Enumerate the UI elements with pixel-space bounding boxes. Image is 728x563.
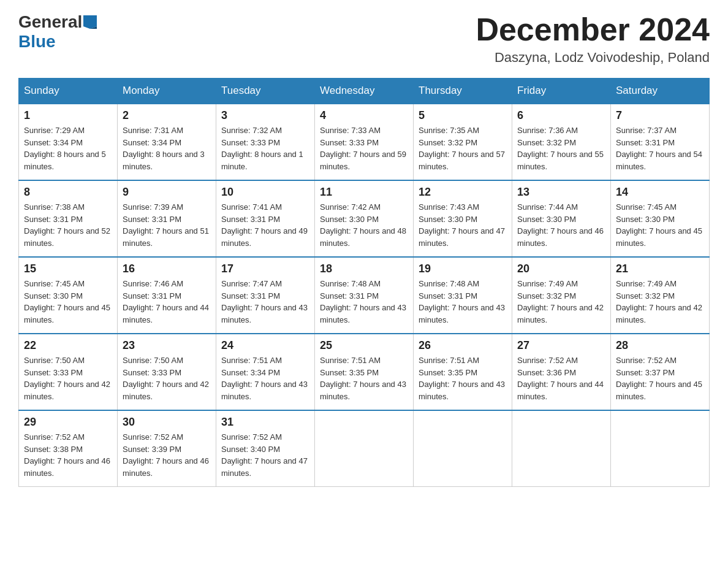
day-number: 24 (221, 339, 309, 352)
calendar-cell: 16 Sunrise: 7:46 AMSunset: 3:31 PMDaylig… (118, 257, 216, 334)
day-info: Sunrise: 7:46 AMSunset: 3:31 PMDaylight:… (123, 279, 209, 324)
calendar-cell: 12 Sunrise: 7:43 AMSunset: 3:30 PMDaylig… (414, 180, 512, 257)
day-number: 6 (517, 109, 605, 122)
day-number: 4 (320, 109, 408, 122)
day-number: 11 (320, 186, 408, 199)
logo-blue: Blue (18, 32, 56, 52)
day-number: 28 (616, 339, 704, 352)
calendar-cell: 15 Sunrise: 7:45 AMSunset: 3:30 PMDaylig… (19, 257, 118, 334)
day-number: 31 (221, 416, 309, 429)
calendar-cell: 4 Sunrise: 7:33 AMSunset: 3:33 PMDayligh… (315, 104, 414, 180)
col-header-sunday: Sunday (19, 79, 118, 104)
day-info: Sunrise: 7:43 AMSunset: 3:30 PMDaylight:… (419, 202, 505, 248)
calendar-cell: 18 Sunrise: 7:48 AMSunset: 3:31 PMDaylig… (315, 257, 414, 334)
day-info: Sunrise: 7:47 AMSunset: 3:31 PMDaylight:… (221, 279, 308, 324)
day-number: 29 (24, 416, 112, 429)
day-info: Sunrise: 7:49 AMSunset: 3:32 PMDaylight:… (616, 279, 702, 324)
calendar-cell: 13 Sunrise: 7:44 AMSunset: 3:30 PMDaylig… (512, 180, 611, 257)
calendar-cell (611, 410, 710, 487)
day-info: Sunrise: 7:45 AMSunset: 3:30 PMDaylight:… (616, 202, 702, 248)
day-info: Sunrise: 7:48 AMSunset: 3:31 PMDaylight:… (419, 279, 505, 324)
day-info: Sunrise: 7:44 AMSunset: 3:30 PMDaylight:… (517, 202, 604, 248)
day-info: Sunrise: 7:49 AMSunset: 3:32 PMDaylight:… (517, 279, 604, 324)
day-number: 10 (221, 186, 309, 199)
day-number: 2 (123, 109, 211, 122)
day-number: 30 (123, 416, 211, 429)
calendar-cell: 2 Sunrise: 7:31 AMSunset: 3:34 PMDayligh… (118, 104, 216, 180)
day-number: 13 (517, 186, 605, 199)
day-number: 14 (616, 186, 704, 199)
calendar-cell: 19 Sunrise: 7:48 AMSunset: 3:31 PMDaylig… (414, 257, 512, 334)
day-info: Sunrise: 7:48 AMSunset: 3:31 PMDaylight:… (320, 279, 406, 324)
day-info: Sunrise: 7:33 AMSunset: 3:33 PMDaylight:… (320, 126, 406, 171)
calendar-cell: 30 Sunrise: 7:52 AMSunset: 3:39 PMDaylig… (118, 410, 216, 487)
calendar-cell (414, 410, 512, 487)
day-number: 9 (123, 186, 211, 199)
calendar-header-row: SundayMondayTuesdayWednesdayThursdayFrid… (19, 79, 710, 104)
calendar-cell: 28 Sunrise: 7:52 AMSunset: 3:37 PMDaylig… (611, 334, 710, 410)
day-number: 20 (517, 262, 605, 275)
title-block: December 2024 Daszyna, Lodz Voivodeship,… (476, 12, 710, 66)
col-header-wednesday: Wednesday (315, 79, 414, 104)
day-info: Sunrise: 7:50 AMSunset: 3:33 PMDaylight:… (24, 356, 110, 401)
day-number: 21 (616, 262, 704, 275)
svg-marker-0 (83, 15, 97, 29)
calendar-cell: 31 Sunrise: 7:52 AMSunset: 3:40 PMDaylig… (216, 410, 315, 487)
calendar-week-row: 1 Sunrise: 7:29 AMSunset: 3:34 PMDayligh… (19, 104, 710, 180)
col-header-friday: Friday (512, 79, 611, 104)
calendar-week-row: 29 Sunrise: 7:52 AMSunset: 3:38 PMDaylig… (19, 410, 710, 487)
day-info: Sunrise: 7:52 AMSunset: 3:40 PMDaylight:… (221, 432, 308, 478)
calendar-cell: 24 Sunrise: 7:51 AMSunset: 3:34 PMDaylig… (216, 334, 315, 410)
day-info: Sunrise: 7:42 AMSunset: 3:30 PMDaylight:… (320, 202, 406, 248)
calendar-cell: 7 Sunrise: 7:37 AMSunset: 3:31 PMDayligh… (611, 104, 710, 180)
day-info: Sunrise: 7:31 AMSunset: 3:34 PMDaylight:… (123, 126, 205, 171)
col-header-monday: Monday (118, 79, 216, 104)
day-info: Sunrise: 7:32 AMSunset: 3:33 PMDaylight:… (221, 126, 303, 171)
calendar-table: SundayMondayTuesdayWednesdayThursdayFrid… (18, 78, 710, 487)
day-number: 17 (221, 262, 309, 275)
page-header: General Blue December 2024 Daszyna, Lodz… (18, 12, 710, 66)
calendar-cell: 27 Sunrise: 7:52 AMSunset: 3:36 PMDaylig… (512, 334, 611, 410)
calendar-cell: 21 Sunrise: 7:49 AMSunset: 3:32 PMDaylig… (611, 257, 710, 334)
day-info: Sunrise: 7:45 AMSunset: 3:30 PMDaylight:… (24, 279, 110, 324)
day-number: 12 (419, 186, 507, 199)
calendar-cell: 8 Sunrise: 7:38 AMSunset: 3:31 PMDayligh… (19, 180, 118, 257)
calendar-cell: 20 Sunrise: 7:49 AMSunset: 3:32 PMDaylig… (512, 257, 611, 334)
day-number: 16 (123, 262, 211, 275)
day-info: Sunrise: 7:38 AMSunset: 3:31 PMDaylight:… (24, 202, 110, 248)
day-number: 8 (24, 186, 112, 199)
logo-general: General (18, 12, 82, 32)
day-info: Sunrise: 7:39 AMSunset: 3:31 PMDaylight:… (123, 202, 209, 248)
calendar-cell: 23 Sunrise: 7:50 AMSunset: 3:33 PMDaylig… (118, 334, 216, 410)
calendar-cell: 22 Sunrise: 7:50 AMSunset: 3:33 PMDaylig… (19, 334, 118, 410)
day-info: Sunrise: 7:50 AMSunset: 3:33 PMDaylight:… (123, 356, 209, 401)
day-number: 23 (123, 339, 211, 352)
day-number: 19 (419, 262, 507, 275)
calendar-cell: 3 Sunrise: 7:32 AMSunset: 3:33 PMDayligh… (216, 104, 315, 180)
month-title: December 2024 (476, 12, 710, 47)
day-number: 5 (419, 109, 507, 122)
calendar-cell: 25 Sunrise: 7:51 AMSunset: 3:35 PMDaylig… (315, 334, 414, 410)
col-header-thursday: Thursday (414, 79, 512, 104)
calendar-cell (315, 410, 414, 487)
calendar-cell: 1 Sunrise: 7:29 AMSunset: 3:34 PMDayligh… (19, 104, 118, 180)
day-info: Sunrise: 7:52 AMSunset: 3:36 PMDaylight:… (517, 356, 604, 401)
location-title: Daszyna, Lodz Voivodeship, Poland (476, 50, 710, 66)
day-number: 27 (517, 339, 605, 352)
calendar-cell: 5 Sunrise: 7:35 AMSunset: 3:32 PMDayligh… (414, 104, 512, 180)
day-info: Sunrise: 7:52 AMSunset: 3:39 PMDaylight:… (123, 432, 209, 478)
calendar-cell: 11 Sunrise: 7:42 AMSunset: 3:30 PMDaylig… (315, 180, 414, 257)
calendar-cell: 17 Sunrise: 7:47 AMSunset: 3:31 PMDaylig… (216, 257, 315, 334)
day-info: Sunrise: 7:51 AMSunset: 3:34 PMDaylight:… (221, 356, 308, 401)
logo: General Blue (18, 12, 97, 52)
calendar-week-row: 8 Sunrise: 7:38 AMSunset: 3:31 PMDayligh… (19, 180, 710, 257)
logo-icon (83, 15, 97, 29)
day-info: Sunrise: 7:29 AMSunset: 3:34 PMDaylight:… (24, 126, 106, 171)
day-number: 7 (616, 109, 704, 122)
calendar-week-row: 22 Sunrise: 7:50 AMSunset: 3:33 PMDaylig… (19, 334, 710, 410)
day-info: Sunrise: 7:51 AMSunset: 3:35 PMDaylight:… (419, 356, 505, 401)
day-number: 15 (24, 262, 112, 275)
calendar-cell: 9 Sunrise: 7:39 AMSunset: 3:31 PMDayligh… (118, 180, 216, 257)
day-info: Sunrise: 7:52 AMSunset: 3:37 PMDaylight:… (616, 356, 702, 401)
day-number: 3 (221, 109, 309, 122)
